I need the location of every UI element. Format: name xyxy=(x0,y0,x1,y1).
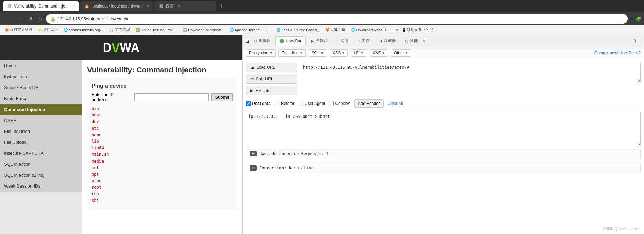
post-data-checkbox[interactable] xyxy=(246,101,251,106)
header-badge: H xyxy=(250,165,257,171)
bookmark-tomcat[interactable]: 🌐 Apache Tomcat/8.0.... xyxy=(228,27,273,33)
add-header-button[interactable]: Add Header xyxy=(354,99,384,108)
user-agent-checkbox[interactable] xyxy=(299,101,303,106)
sql-dropdown[interactable]: SQL ▼ xyxy=(309,49,327,57)
other-dropdown[interactable]: Other ▼ xyxy=(391,49,411,57)
hackbar-dot-icon xyxy=(280,39,284,43)
dvwa-main-content: Vulnerability: Command Injection Ping a … xyxy=(82,60,242,234)
tab-console[interactable]: ▶ 控制台 xyxy=(306,36,332,46)
ping-input[interactable] xyxy=(134,93,209,101)
bookmark-less1[interactable]: 🌐 Less-1 **Error Based... xyxy=(274,27,322,33)
cookies-label: Cookies xyxy=(335,101,350,106)
cloud-upload-icon: ☁ xyxy=(250,65,255,70)
bookmark-mobile[interactable]: 📱 移动设备上的书... xyxy=(400,27,438,33)
bookmark-testing[interactable]: ✅ Online Testing Free ... xyxy=(134,27,179,33)
more-devtools-button[interactable]: » xyxy=(423,39,425,43)
new-tab-button[interactable]: + xyxy=(217,3,227,10)
encoding-label: Encoding xyxy=(282,51,299,55)
tab-close-settings[interactable]: × xyxy=(178,4,180,8)
sidebar-item-instructions[interactable]: Instructions xyxy=(0,71,82,82)
encryption-dropdown[interactable]: Encryption ▼ xyxy=(246,49,276,57)
debugger-icon: ⊡ xyxy=(379,39,382,43)
bookmark-icon: 📁 xyxy=(38,28,42,32)
sidebar-item-setup[interactable]: Setup / Reset DB xyxy=(0,82,82,93)
split-url-button[interactable]: ✂ Split URL xyxy=(246,74,297,84)
bookmark-label: 京东商城 xyxy=(115,27,130,32)
bookmark-microsoft[interactable]: 🪟 Download Microsoft... xyxy=(181,27,226,33)
bookmark-nessus[interactable]: 🌐 Download Nessus | ... xyxy=(349,27,395,33)
referer-option: Referer xyxy=(275,101,294,106)
tab-memory[interactable]: ≡ 内存 xyxy=(353,36,374,46)
devtools-grid-icon[interactable]: ⊞ xyxy=(632,38,636,43)
chevron-down-icon: ▼ xyxy=(361,51,364,55)
bookmark-foxofficial[interactable]: 🦊 火狐官方站点 xyxy=(3,27,35,33)
hackbar-toolbar: Encryption ▼ Encoding ▼ SQL ▼ XSS ▼ LFI … xyxy=(243,47,644,59)
xss-dropdown[interactable]: XSS ▼ xyxy=(330,49,348,57)
tab-label-dvwa: Vulnerability: Command Inje... xyxy=(14,4,69,9)
ping-label: Enter an IP address: xyxy=(92,92,132,102)
sidebar-item-file-upload[interactable]: File Upload xyxy=(0,137,82,148)
play-icon: ▶ xyxy=(250,88,254,93)
devtools-options-icon[interactable]: ⋯ xyxy=(637,38,641,43)
sql-label: SQL xyxy=(312,51,320,55)
referer-checkbox[interactable] xyxy=(275,101,279,106)
tab-localhost[interactable]: 🔥 localhost / localhost / dvwa / × xyxy=(80,1,153,11)
sidebar-item-weak-session-ids[interactable]: Weak Session IDs xyxy=(0,181,82,192)
lfi-dropdown[interactable]: LFI ▼ xyxy=(351,49,367,57)
xss-label: XSS xyxy=(333,51,341,55)
list-item: bin xyxy=(92,106,233,112)
bookmark-addons[interactable]: 🌐 addons.mozilla.org/... xyxy=(61,27,107,33)
bookmark-label: addons.mozilla.org/... xyxy=(69,28,105,32)
bookmark-common[interactable]: 📁 常用网址 xyxy=(36,27,60,33)
more-bookmarks-button[interactable]: » xyxy=(396,28,398,32)
clear-all-button[interactable]: Clear All xyxy=(388,101,403,106)
tab-settings[interactable]: ⚙️ 设置 × xyxy=(154,1,216,11)
dvwa-logo: DVWA xyxy=(102,41,139,55)
sidebar-item-file-inclusion[interactable]: File Inclusion xyxy=(0,126,82,137)
sidebar-item-sql-injection[interactable]: SQL Injection xyxy=(0,159,82,170)
tab-close-dvwa[interactable]: × xyxy=(73,4,75,8)
bookmark-label: Apache Tomcat/8.0.... xyxy=(235,28,271,32)
load-url-button[interactable]: ☁ Load URL xyxy=(246,63,297,72)
sidebar-item-home[interactable]: Home xyxy=(0,60,82,71)
extensions-icon[interactable]: 🧩 xyxy=(636,16,641,22)
tab-debugger[interactable]: ⊡ 调试器 xyxy=(374,36,400,46)
sidebar-item-csrf[interactable]: CSRF xyxy=(0,115,82,126)
tab-inspector[interactable]: □ 查看器 xyxy=(250,36,275,46)
tab-performance[interactable]: ◎ 性能 xyxy=(401,36,422,46)
bookmark-foxhome[interactable]: 🦊 火狐主页 xyxy=(323,27,347,33)
header-row-connection: H Connection: keep-alive xyxy=(246,163,641,173)
encoding-dropdown[interactable]: Encoding ▼ xyxy=(278,49,306,57)
home-button[interactable]: ⌂ xyxy=(37,14,44,23)
csdn-watermark: CSDN @Aiwin-Hacker xyxy=(246,226,641,231)
tab-hackbar[interactable]: HackBar xyxy=(275,36,306,46)
sidebar-item-command-injection[interactable]: Command Injection xyxy=(0,104,82,115)
post-data-label: Post data xyxy=(252,101,271,106)
post-data-textarea[interactable] xyxy=(246,112,641,146)
address-text: 121.40.115.95/vulnerabilities/exec/# xyxy=(58,16,624,22)
tab-dvwa-vulnerability[interactable]: 🛡️ Vulnerability: Command Inje... × xyxy=(3,1,79,11)
tab-network[interactable]: ↕ 网络 xyxy=(332,36,353,46)
sidebar-item-brute-force[interactable]: Brute Force xyxy=(0,93,82,104)
cookies-checkbox[interactable] xyxy=(329,101,334,106)
url-input[interactable] xyxy=(301,63,641,83)
bookmarks-icon[interactable]: ☆ xyxy=(630,16,634,22)
list-item: media xyxy=(92,158,233,165)
bookmark-jd[interactable]: 🛒 京东商城 xyxy=(108,27,132,33)
inspector-icon: □ xyxy=(254,39,257,43)
back-button[interactable]: ← xyxy=(3,14,12,23)
execute-button[interactable]: ▶ Execute xyxy=(246,86,297,95)
tab-close-localhost[interactable]: × xyxy=(147,4,149,8)
list-item: main.sh xyxy=(92,151,233,158)
sidebar-item-insecure-captcha[interactable]: Insecure CAPTCHA xyxy=(0,148,82,159)
hackbar-action-buttons: ☁ Load URL ✂ Split URL ▶ Execute xyxy=(246,63,297,95)
ping-submit-button[interactable]: Submit xyxy=(211,93,233,101)
security-icon: 🔒 xyxy=(50,16,56,22)
cookies-option: Cookies xyxy=(329,101,350,106)
refresh-button[interactable]: ↺ xyxy=(26,14,35,24)
header-badge: H xyxy=(250,151,257,156)
forward-button[interactable]: → xyxy=(14,14,24,23)
xxe-dropdown[interactable]: XXE ▼ xyxy=(370,49,388,57)
address-bar[interactable]: 🔒 121.40.115.95/vulnerabilities/exec/# xyxy=(46,14,628,24)
sidebar-item-sql-injection-blind[interactable]: SQL Injection (Blind) xyxy=(0,170,82,181)
